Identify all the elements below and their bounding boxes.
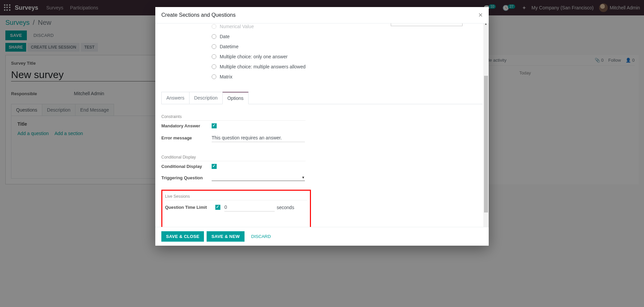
error-message-label: Error message [161, 135, 212, 140]
triggering-question-label: Triggering Question [161, 175, 212, 180]
error-message-input[interactable] [212, 134, 305, 142]
mandatory-answer-checkbox[interactable] [212, 123, 217, 128]
conditional-display-label: Conditional Display [161, 164, 212, 169]
scrollbar-thumb[interactable] [484, 76, 488, 190]
qtype-mc-one-label: Multiple choice: only one answer [220, 54, 287, 59]
chevron-down-icon: ▼ [302, 176, 305, 179]
tab-description-modal[interactable]: Description [189, 92, 223, 104]
qtype-mc-one-radio[interactable] [212, 54, 216, 59]
qtype-datetime-label: Datetime [220, 44, 238, 49]
modal-overlay: Create Sections and Questions × Numerica… [0, 0, 644, 190]
qtype-numerical-radio[interactable] [212, 24, 216, 29]
tab-options[interactable]: Options [222, 92, 249, 104]
scroll-up-icon[interactable]: ▲ [484, 23, 487, 25]
mandatory-answer-label: Mandatory Answer [161, 123, 212, 128]
qtype-numerical-label: Numerical Value [220, 24, 254, 29]
qtype-datetime-radio[interactable] [212, 44, 216, 49]
qtype-date-radio[interactable] [212, 34, 216, 39]
constraints-heading: Constraints [161, 104, 306, 121]
modal-title: Create Sections and Questions [161, 12, 235, 18]
tab-answers[interactable]: Answers [161, 92, 190, 104]
qtype-matrix-label: Matrix [220, 74, 232, 79]
qtype-matrix-radio[interactable] [212, 74, 216, 79]
conditional-heading: Conditional Display [161, 145, 306, 161]
qtype-mc-multi-radio[interactable] [212, 64, 216, 69]
qtype-mc-multi-label: Multiple choice: multiple answers allowe… [220, 64, 306, 69]
close-icon[interactable]: × [478, 11, 483, 19]
question-type-options: Numerical Value Date Datetime Multiple c… [212, 23, 483, 82]
triggering-question-select[interactable]: ▼ [212, 174, 305, 181]
qtype-date-label: Date [220, 34, 230, 39]
modal-header: Create Sections and Questions × [155, 7, 489, 23]
conditional-display-checkbox[interactable] [212, 164, 217, 169]
modal-body[interactable]: Numerical Value Date Datetime Multiple c… [155, 23, 489, 190]
scrollbar[interactable]: ▲ ▼ [483, 23, 489, 190]
modal: Create Sections and Questions × Numerica… [155, 7, 489, 190]
modal-tabs: Answers Description Options [161, 92, 483, 104]
